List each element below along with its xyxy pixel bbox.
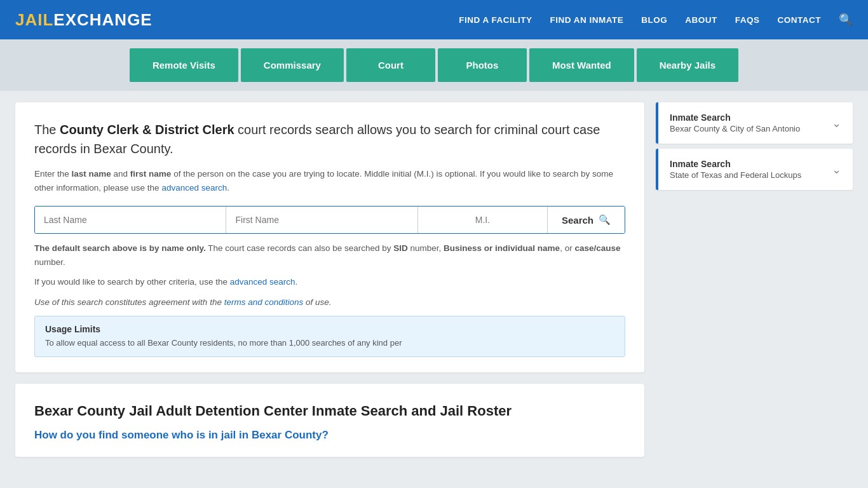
usage-limits-box: Usage Limits To allow equal access to al… <box>34 316 625 358</box>
logo-part1: JAIL <box>15 10 53 29</box>
chevron-down-icon-2: ⌄ <box>832 163 841 177</box>
heading-bold: County Clerk & District Clerk <box>60 123 234 137</box>
nav-faqs[interactable]: FAQs <box>735 15 760 25</box>
right-sidebar: Inmate Search Bexar County & City of San… <box>656 102 853 457</box>
search-icon[interactable]: 🔍 <box>839 13 853 27</box>
tab-most-wanted[interactable]: Most Wanted <box>529 48 634 82</box>
usage-title: Usage Limits <box>45 324 614 334</box>
main-nav: FIND A FACILITY FIND AN INMATE BLOG ABOU… <box>459 13 853 27</box>
card-description: Enter the last name and first name of th… <box>34 167 625 194</box>
sidebar-inmate-search-bexar[interactable]: Inmate Search Bexar County & City of San… <box>656 102 853 144</box>
search-magnifier-icon: 🔍 <box>599 214 611 226</box>
card2-sub-heading[interactable]: How do you find someone who is in jail i… <box>34 429 625 442</box>
main-content: The County Clerk & District Clerk court … <box>0 91 868 468</box>
sidebar-item-subtitle-2: State of Texas and Federal Lockups <box>670 170 801 180</box>
tab-remote-visits[interactable]: Remote Visits <box>130 48 238 82</box>
tab-commissary[interactable]: Commissary <box>241 48 344 82</box>
last-name-input[interactable] <box>35 207 226 233</box>
first-name-input[interactable] <box>226 207 417 233</box>
court-search-card: The County Clerk & District Clerk court … <box>15 102 644 372</box>
advanced-search-link-top[interactable]: advanced search <box>161 183 227 193</box>
search-note-1: The default search above is by name only… <box>34 241 625 269</box>
usage-text: To allow equal access to all Bexar Count… <box>45 337 614 349</box>
tab-photos[interactable]: Photos <box>438 48 527 82</box>
logo-part2: EXCHANGE <box>53 10 152 29</box>
bexar-county-card: Bexar County Jail Adult Detention Center… <box>15 384 644 457</box>
site-logo[interactable]: JAILEXCHANGE <box>15 10 153 30</box>
main-header: JAILEXCHANGE FIND A FACILITY FIND AN INM… <box>0 0 868 39</box>
nav-contact[interactable]: CONTACT <box>778 15 822 25</box>
sidebar-item-title-1: Inmate Search <box>670 112 800 123</box>
terms-text: Use of this search constitutes agreement… <box>34 295 625 309</box>
nav-find-facility[interactable]: FIND A FACILITY <box>459 15 532 25</box>
terms-link[interactable]: terms and conditions <box>224 297 304 307</box>
sidebar-inmate-search-texas[interactable]: Inmate Search State of Texas and Federal… <box>656 149 853 190</box>
advanced-search-link-bottom[interactable]: advanced search <box>230 277 295 287</box>
card2-heading: Bexar County Jail Adult Detention Center… <box>34 402 625 421</box>
mi-input[interactable] <box>418 207 548 233</box>
search-button[interactable]: Search 🔍 <box>548 207 625 233</box>
left-panel: The County Clerk & District Clerk court … <box>15 102 644 457</box>
tab-court[interactable]: Court <box>346 48 435 82</box>
nav-about[interactable]: ABOUT <box>685 15 717 25</box>
heading-normal: The <box>34 123 60 137</box>
search-note-2: If you would like to search by other cri… <box>34 275 625 289</box>
card-heading: The County Clerk & District Clerk court … <box>34 120 625 158</box>
chevron-down-icon-1: ⌄ <box>832 116 841 130</box>
sidebar-item-title-2: Inmate Search <box>670 159 801 169</box>
nav-find-inmate[interactable]: FIND AN INMATE <box>550 15 623 25</box>
search-button-label: Search <box>562 215 593 226</box>
nav-blog[interactable]: BLOG <box>641 15 667 25</box>
tab-nearby-jails[interactable]: Nearby Jails <box>637 48 738 82</box>
tabs-bar: Remote Visits Commissary Court Photos Mo… <box>0 39 868 91</box>
sidebar-item-subtitle-1: Bexar County & City of San Antonio <box>670 124 800 133</box>
search-form: Search 🔍 <box>34 206 625 234</box>
